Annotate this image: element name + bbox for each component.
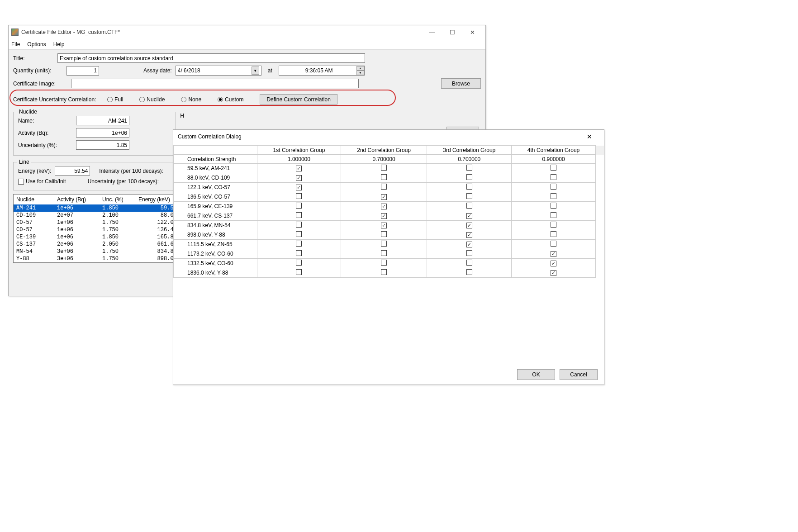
cert-image-input[interactable]	[71, 79, 359, 88]
radio-custom[interactable]: Custom	[218, 96, 243, 103]
corr-checkbox[interactable]	[296, 185, 302, 190]
corr-checkbox[interactable]	[466, 260, 472, 266]
corr-checkbox[interactable]	[381, 204, 387, 209]
ok-button[interactable]: OK	[517, 369, 555, 380]
corr-checkbox[interactable]	[466, 174, 472, 180]
nuclide-activity-input[interactable]	[76, 128, 129, 138]
menu-file[interactable]: File	[11, 41, 20, 48]
radio-nuclide[interactable]: Nuclide	[139, 96, 165, 103]
corr-checkbox[interactable]	[551, 203, 556, 209]
close-button[interactable]: ✕	[462, 26, 483, 38]
spinner-up-icon[interactable]: ▲	[356, 66, 364, 71]
radio-none[interactable]: None	[181, 96, 201, 103]
corr-checkbox[interactable]	[466, 223, 472, 228]
corr-row-label: 898.0 keV, Y-88	[174, 230, 257, 240]
corr-row-label: 1115.5 keV, ZN-65	[174, 240, 257, 249]
corr-checkbox[interactable]	[296, 260, 302, 266]
corr-checkbox[interactable]	[466, 269, 472, 275]
corr-checkbox[interactable]	[551, 261, 556, 266]
strength-value-2[interactable]: 0.700000	[341, 155, 427, 164]
corr-checkbox[interactable]	[381, 250, 387, 256]
group-1-header: 1st Correlation Group	[257, 146, 341, 155]
corr-checkbox[interactable]	[466, 242, 472, 247]
cancel-button[interactable]: Cancel	[560, 369, 598, 380]
corr-checkbox[interactable]	[381, 231, 387, 237]
list-row[interactable]: MN-543e+061.750834.827	[14, 248, 176, 255]
browse-button[interactable]: Browse	[441, 78, 481, 89]
corr-checkbox[interactable]	[296, 175, 302, 181]
corr-checkbox[interactable]	[551, 270, 556, 276]
energy-input[interactable]	[55, 166, 90, 176]
corr-checkbox[interactable]	[466, 184, 472, 190]
corr-checkbox[interactable]	[551, 212, 556, 218]
quantity-input[interactable]	[66, 66, 99, 76]
assay-time-spinner[interactable]: 9:36:05 AM ▲ ▼	[279, 66, 365, 76]
corr-checkbox[interactable]	[551, 251, 556, 257]
corr-checkbox[interactable]	[381, 241, 387, 247]
spinner-down-icon[interactable]: ▼	[356, 71, 364, 75]
corr-checkbox[interactable]	[381, 184, 387, 190]
corr-checkbox[interactable]	[381, 223, 387, 228]
use-calib-checkbox[interactable]: Use for Calib/Init	[18, 178, 66, 185]
corr-checkbox[interactable]	[466, 232, 472, 238]
group-4-header: 4th Correlation Group	[512, 146, 596, 155]
define-correlation-button[interactable]: Define Custom Correlation	[260, 94, 337, 104]
corr-checkbox[interactable]	[551, 165, 556, 171]
corr-checkbox[interactable]	[551, 174, 556, 180]
maximize-button[interactable]: ☐	[442, 26, 462, 38]
corr-checkbox[interactable]	[296, 231, 302, 237]
line-unc-label: Uncertainty (per 100 decays):	[88, 178, 159, 185]
strength-value-4[interactable]: 0.900000	[512, 155, 596, 164]
corr-checkbox[interactable]	[551, 222, 556, 228]
corr-checkbox[interactable]	[381, 260, 387, 266]
strength-value-1[interactable]: 1.000000	[257, 155, 341, 164]
corr-checkbox[interactable]	[466, 213, 472, 219]
corr-checkbox[interactable]	[296, 241, 302, 247]
dialog-close-button[interactable]: ✕	[579, 130, 599, 143]
corr-checkbox[interactable]	[466, 250, 472, 256]
corr-checkbox[interactable]	[296, 193, 302, 199]
radio-full[interactable]: Full	[107, 96, 123, 103]
corr-checkbox[interactable]	[296, 166, 302, 171]
strength-value-3[interactable]: 0.700000	[427, 155, 512, 164]
corr-checkbox[interactable]	[296, 203, 302, 209]
list-row[interactable]: CS-1372e+062.050661.650	[14, 241, 176, 248]
corr-checkbox[interactable]	[296, 212, 302, 218]
list-row[interactable]: CE-1391e+061.850165.850	[14, 233, 176, 241]
minimize-button[interactable]: —	[422, 26, 442, 38]
corr-checkbox[interactable]	[381, 165, 387, 171]
corr-checkbox[interactable]	[381, 174, 387, 180]
list-row[interactable]: AM-2411e+061.85059.540	[14, 204, 176, 212]
corr-checkbox[interactable]	[466, 165, 472, 171]
nuclide-list[interactable]: Nuclide Activity (Bq) Unc. (%) Energy (k…	[13, 194, 176, 263]
menu-help[interactable]: Help	[53, 41, 65, 48]
corr-row: 898.0 keV, Y-88	[174, 230, 604, 240]
corr-checkbox[interactable]	[466, 193, 472, 199]
corr-checkbox[interactable]	[381, 269, 387, 275]
corr-checkbox[interactable]	[551, 241, 556, 247]
assay-date-dropdown[interactable]: 4/ 6/2018 ▼	[176, 66, 261, 76]
corr-checkbox[interactable]	[381, 194, 387, 200]
corr-corner	[174, 146, 257, 155]
menu-options[interactable]: Options	[27, 41, 46, 48]
corr-checkbox[interactable]	[381, 213, 387, 219]
col-unc: Unc. (%)	[102, 196, 138, 203]
corr-checkbox[interactable]	[551, 184, 556, 190]
nuclide-unc-input[interactable]	[76, 140, 129, 150]
nuclide-name-input[interactable]	[76, 116, 129, 125]
corr-row: 165.9 keV, CE-139	[174, 202, 604, 211]
list-row[interactable]: CO-571e+061.750136.476	[14, 226, 176, 233]
nuclide-name-label: Name:	[18, 118, 72, 124]
list-row[interactable]: CD-1092e+072.10088.032	[14, 212, 176, 219]
corr-row: 1173.2 keV, CO-60	[174, 249, 604, 259]
corr-label: Certificate Uncertainty Correlation:	[13, 96, 104, 103]
list-row[interactable]: Y-883e+061.750898.021	[14, 255, 176, 262]
corr-checkbox[interactable]	[551, 193, 556, 199]
list-row[interactable]: CO-571e+061.750122.063	[14, 219, 176, 226]
corr-checkbox[interactable]	[466, 203, 472, 209]
corr-checkbox[interactable]	[551, 231, 556, 237]
corr-checkbox[interactable]	[296, 269, 302, 275]
corr-checkbox[interactable]	[296, 250, 302, 256]
title-input[interactable]	[57, 53, 365, 63]
corr-checkbox[interactable]	[296, 222, 302, 228]
